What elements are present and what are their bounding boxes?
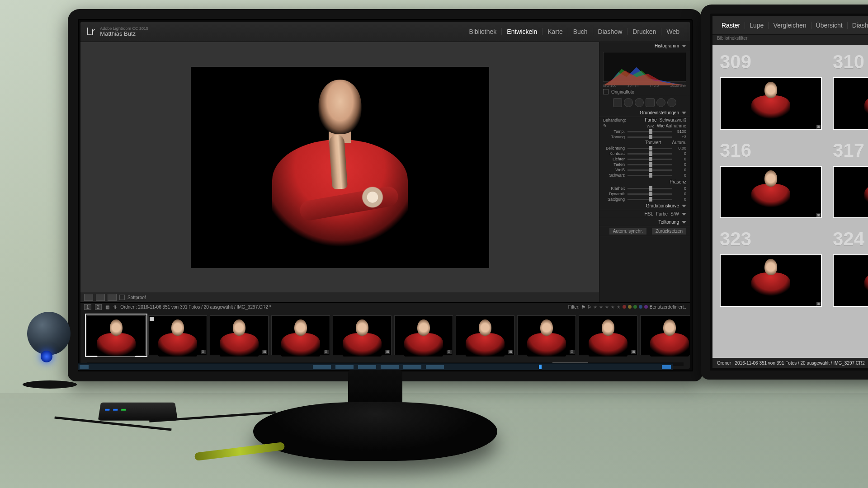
grid-icon[interactable]: ▦ <box>105 305 109 310</box>
module-entwickeln[interactable]: Entwickeln <box>502 28 542 35</box>
module-buch[interactable]: Buch <box>568 28 593 35</box>
slider-knob[interactable] <box>649 173 652 178</box>
wb-slider[interactable]: Temp.5100 <box>599 129 690 134</box>
color-green[interactable] <box>633 305 637 309</box>
color-yellow[interactable] <box>628 305 632 309</box>
filmstrip-thumb[interactable] <box>87 315 146 355</box>
task-item[interactable] <box>335 365 354 369</box>
presence-slider[interactable]: Dynamik0 <box>599 191 690 197</box>
tab-raster[interactable]: Raster <box>717 22 745 29</box>
brush-tool-icon[interactable] <box>667 98 676 107</box>
slider-knob[interactable] <box>649 129 652 134</box>
task-item[interactable] <box>381 365 399 369</box>
panel-histogram-header[interactable]: Histogramm <box>599 42 690 50</box>
filmstrip-thumb[interactable]: ⊞ <box>271 315 330 355</box>
wb-picker-icon[interactable]: ✎ <box>603 123 609 128</box>
tab-diashow[interactable]: Diashow <box>848 22 868 29</box>
grid-cell[interactable]: 316⊞ <box>716 137 826 222</box>
original-checkbox[interactable] <box>603 89 609 94</box>
color-red[interactable] <box>623 305 626 309</box>
loupe-view[interactable] <box>80 42 599 292</box>
grid-thumb[interactable] <box>720 254 822 307</box>
slider-knob[interactable] <box>649 146 652 150</box>
radial-tool-icon[interactable] <box>656 98 665 107</box>
module-karte[interactable]: Karte <box>542 28 568 35</box>
filmstrip-thumb[interactable]: ⊞ <box>148 315 207 355</box>
task-item[interactable] <box>358 365 376 369</box>
module-web[interactable]: Web <box>661 28 684 35</box>
softproof-checkbox[interactable] <box>119 295 125 300</box>
wb-slider[interactable]: Tönung+3 <box>599 134 690 140</box>
tone-slider[interactable]: Kontrast0 <box>599 151 690 156</box>
presence-slider[interactable]: Klarheit0 <box>599 186 690 191</box>
grid-thumb[interactable] <box>720 77 822 130</box>
filter-preset-dropdown[interactable]: Benutzerdefiniert.. <box>650 305 686 310</box>
treat-color-button[interactable]: Farbe <box>645 117 656 122</box>
slider-knob[interactable] <box>649 162 652 167</box>
reset-button[interactable]: Zurücksetzen <box>652 228 686 235</box>
auto-sync-button[interactable]: Autom. synchr. <box>609 228 646 235</box>
display-1-button[interactable]: 1 <box>84 304 91 310</box>
module-drucken[interactable]: Drucken <box>627 28 661 35</box>
presence-slider[interactable]: Sättigung0 <box>599 197 690 202</box>
slider-knob[interactable] <box>649 197 652 202</box>
grid-cell[interactable]: 323⊞ <box>716 225 826 310</box>
tab-uebersicht[interactable]: Übersicht <box>811 22 848 29</box>
star-1[interactable]: ★ <box>593 305 597 310</box>
wb-dropdown[interactable]: Wie Aufnahme <box>657 123 686 128</box>
tone-slider[interactable]: Lichter0 <box>599 156 690 162</box>
panel-split-header[interactable]: Teiltonung <box>599 218 690 226</box>
flag-unflagged-icon[interactable]: ⚐ <box>587 305 591 310</box>
tone-slider[interactable]: Tiefen0 <box>599 162 690 167</box>
module-bibliothek[interactable]: Bibliothek <box>464 28 502 35</box>
filmstrip-thumb[interactable]: ⊞ <box>456 315 514 355</box>
star-5[interactable]: ★ <box>617 305 621 310</box>
sort-icon[interactable]: ⇅ <box>113 305 117 310</box>
filmstrip-thumb[interactable]: ⊞ <box>640 315 690 355</box>
crop-tool-icon[interactable] <box>613 98 622 107</box>
tone-slider[interactable]: Belichtung0,00 <box>599 145 690 151</box>
spot-tool-icon[interactable] <box>624 98 633 107</box>
slider-knob[interactable] <box>649 157 652 161</box>
filmstrip-thumb[interactable]: ⊞ <box>394 315 453 355</box>
task-item[interactable] <box>426 365 444 369</box>
slider-knob[interactable] <box>649 192 652 196</box>
panel-hsl-header[interactable]: HSL Farbe S/W <box>599 210 690 218</box>
star-2[interactable]: ★ <box>599 305 603 310</box>
task-item[interactable] <box>313 365 331 369</box>
grad-tool-icon[interactable] <box>646 98 655 107</box>
grid-cell[interactable]: 310⊞ <box>829 48 868 133</box>
grid-thumb[interactable] <box>720 166 822 218</box>
tray-indicator[interactable] <box>539 365 542 369</box>
filmstrip-thumb[interactable]: ⊞ <box>210 315 269 355</box>
start-button[interactable] <box>80 365 89 369</box>
grid-cell[interactable]: 309⊞ <box>716 48 826 133</box>
histogram-display[interactable] <box>603 52 686 82</box>
slider-knob[interactable] <box>649 186 652 191</box>
star-4[interactable]: ★ <box>611 305 615 310</box>
grid-view[interactable]: 309⊞310⊞316⊞317⊞323⊞324⊞ <box>712 45 868 358</box>
slider-knob[interactable] <box>649 168 652 172</box>
original-toggle[interactable]: Originalfoto <box>599 88 690 96</box>
slider-knob[interactable] <box>649 135 652 139</box>
filmstrip-thumbs[interactable]: ⊞⊞⊞⊞⊞⊞⊞⊞⊞ <box>80 311 690 362</box>
panel-basic-header[interactable]: Grundeinstellungen <box>599 109 690 117</box>
tone-slider[interactable]: Weiß0 <box>599 167 690 173</box>
grid-cell[interactable]: 317⊞ <box>829 137 868 222</box>
library-filter-bar[interactable]: Bibliotheksfilter: <box>712 35 868 45</box>
grid-thumb[interactable] <box>833 254 868 307</box>
grid-thumb[interactable] <box>833 77 868 130</box>
windows-taskbar[interactable] <box>78 363 673 370</box>
module-diashow[interactable]: Diashow <box>593 28 628 35</box>
task-item[interactable] <box>403 365 421 369</box>
filmstrip-thumb[interactable]: ⊞ <box>517 315 576 355</box>
redeye-tool-icon[interactable] <box>635 98 644 107</box>
slider-knob[interactable] <box>649 151 652 156</box>
view-beforeafter-icon[interactable] <box>96 294 105 301</box>
filmstrip-thumb[interactable]: ⊞ <box>579 315 637 355</box>
filmstrip-thumb[interactable]: ⊞ <box>333 315 392 355</box>
panel-curve-header[interactable]: Gradationskurve <box>599 202 690 210</box>
star-3[interactable]: ★ <box>605 305 609 310</box>
treat-bw-button[interactable]: Schwarzweiß <box>660 117 686 122</box>
view-grid-icon[interactable] <box>108 294 117 301</box>
